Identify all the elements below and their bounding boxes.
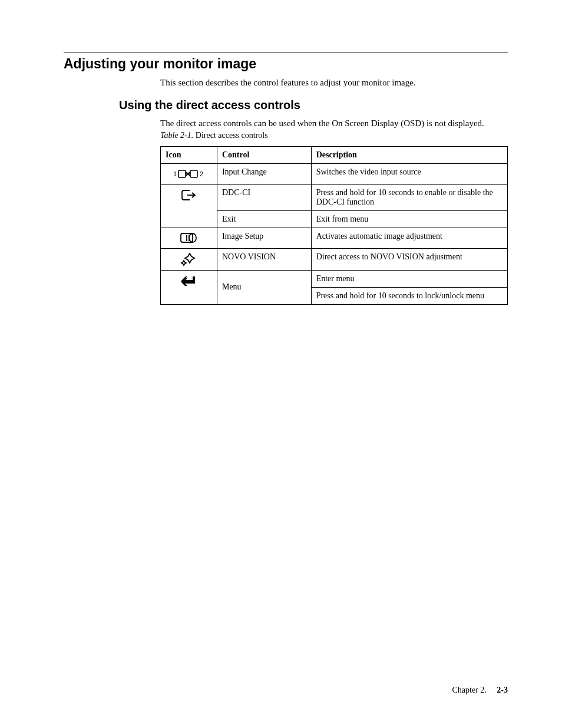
section-intro: This section describes the control featu… (64, 78, 508, 88)
svg-text:1: 1 (173, 170, 177, 177)
caption-text: Direct access controls (193, 131, 267, 140)
table-row: 1 2 Input Change Switches the video inpu… (161, 163, 508, 184)
caption-label: Table 2-1. (160, 131, 193, 140)
cell-control: Input Change (217, 163, 311, 184)
cell-desc: Direct access to NOVO VISION adjustment (311, 248, 507, 270)
input-change-icon: 1 2 (161, 163, 217, 184)
cell-desc: Activates automatic image adjustment (311, 228, 507, 248)
cell-control: Menu (217, 270, 311, 304)
cell-control: Image Setup (217, 228, 311, 248)
svg-rect-2 (190, 170, 197, 177)
cell-control: NOVO VISION (217, 248, 311, 270)
direct-access-table: Icon Control Description 1 2 Input Chang… (160, 146, 508, 305)
cell-desc: Switches the video input source (311, 163, 507, 184)
th-icon: Icon (161, 146, 217, 163)
cell-desc: Press and hold for 10 seconds to lock/un… (311, 287, 507, 304)
cell-desc: Press and hold for 10 seconds to enable … (311, 184, 507, 210)
table-caption: Table 2-1. Direct access controls (160, 131, 508, 140)
svg-text:2: 2 (200, 170, 203, 177)
th-description: Description (311, 146, 507, 163)
cell-control: Exit (217, 210, 311, 228)
menu-icon (161, 270, 217, 304)
subsection-intro: The direct access controls can be used w… (160, 118, 508, 130)
table-row: Menu Enter menu (161, 270, 508, 287)
exit-icon (161, 184, 217, 228)
novo-vision-icon (161, 248, 217, 270)
table-row: NOVO VISION Direct access to NOVO VISION… (161, 248, 508, 270)
footer-page-number: 2-3 (497, 686, 508, 694)
cell-desc: Exit from menu (311, 210, 507, 228)
footer-chapter: Chapter 2. (452, 686, 487, 694)
th-control: Control (217, 146, 311, 163)
page-footer: Chapter 2. 2-3 (452, 686, 508, 695)
table-row: DDC-CI Press and hold for 10 seconds to … (161, 184, 508, 210)
svg-rect-1 (178, 170, 186, 177)
table-header-row: Icon Control Description (161, 146, 508, 163)
subsection-title: Using the direct access controls (64, 98, 508, 112)
section-rule (64, 52, 508, 52)
section-title: Adjusting your monitor image (64, 56, 508, 72)
table-row: Image Setup Activates automatic image ad… (161, 228, 508, 248)
image-setup-icon (161, 228, 217, 248)
cell-control: DDC-CI (217, 184, 311, 210)
cell-desc: Enter menu (311, 270, 507, 287)
